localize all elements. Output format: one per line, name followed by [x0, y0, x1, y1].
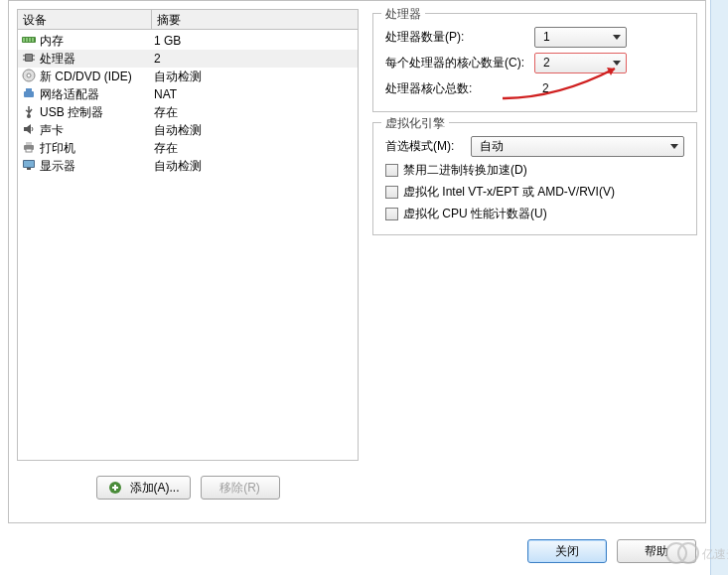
- svg-rect-17: [26, 142, 32, 145]
- left-buttons: 添加(A)... 移除(R): [17, 476, 359, 500]
- svg-rect-18: [26, 149, 32, 152]
- table-header: 设备 摘要: [18, 10, 358, 30]
- bottom-bar: 关闭 帮助: [0, 531, 728, 571]
- device-summary: 2: [154, 50, 355, 68]
- header-summary[interactable]: 摘要: [152, 10, 358, 29]
- device-name: 显示器: [40, 157, 154, 175]
- svg-rect-13: [24, 91, 34, 97]
- table-row[interactable]: 显示器 自动检测: [18, 157, 358, 175]
- usb-icon: [21, 103, 37, 119]
- checkbox-vtx[interactable]: 虚拟化 Intel VT-x/EPT 或 AMD-V/RVI(V): [385, 181, 684, 203]
- memory-icon: [21, 32, 37, 48]
- svg-point-23: [666, 543, 686, 563]
- cpu-count-label: 处理器数量(P):: [385, 29, 534, 46]
- cd-icon: [21, 68, 37, 83]
- device-summary: 自动检测: [154, 68, 355, 85]
- checkbox-icon: [385, 186, 398, 199]
- right-panel: 处理器 处理器数量(P): 1 每个处理器的核心数量(C): 2 处理器核心总数…: [366, 9, 697, 514]
- sound-icon: [21, 121, 37, 137]
- table-row[interactable]: 处理器 2: [18, 50, 358, 68]
- watermark: 亿速云: [662, 540, 728, 569]
- add-label: 添加(A)...: [130, 480, 180, 497]
- cpu-count-value: 1: [543, 30, 550, 44]
- cpu-icon: [21, 50, 37, 66]
- checkbox-label: 虚拟化 Intel VT-x/EPT 或 AMD-V/RVI(V): [403, 184, 615, 201]
- cpu-cores-label: 每个处理器的核心数量(C):: [385, 55, 534, 72]
- checkbox-icon: [385, 164, 398, 177]
- cpu-cores-value: 2: [543, 56, 550, 70]
- device-summary: 自动检测: [154, 157, 355, 175]
- svg-rect-14: [26, 88, 32, 91]
- header-device[interactable]: 设备: [18, 10, 152, 29]
- checkbox-icon: [385, 208, 398, 220]
- svg-rect-2: [26, 38, 28, 42]
- chevron-down-icon: [613, 61, 621, 66]
- device-name: USB 控制器: [40, 103, 154, 121]
- table-row[interactable]: USB 控制器 存在: [18, 103, 358, 121]
- table-row[interactable]: 网络适配器 NAT: [18, 85, 358, 103]
- virt-group: 虚拟化引擎 首选模式(M): 自动 禁用二进制转换加速(D) 虚拟化 Intel…: [372, 122, 697, 235]
- cpu-legend: 处理器: [381, 6, 425, 23]
- table-row[interactable]: 打印机 存在: [18, 139, 358, 157]
- close-label: 关闭: [555, 543, 579, 560]
- svg-rect-1: [23, 38, 25, 42]
- cpu-count-select[interactable]: 1: [534, 27, 627, 48]
- checkbox-disable-binary[interactable]: 禁用二进制转换加速(D): [385, 159, 684, 181]
- chevron-down-icon: [613, 35, 621, 40]
- checkbox-label: 禁用二进制转换加速(D): [403, 162, 527, 179]
- cpu-total-label: 处理器核心总数:: [385, 80, 534, 97]
- device-name: 声卡: [40, 121, 154, 139]
- svg-point-24: [678, 543, 698, 563]
- svg-rect-20: [24, 161, 34, 167]
- device-summary: 存在: [154, 139, 355, 157]
- svg-rect-6: [26, 55, 32, 61]
- device-summary: NAT: [154, 85, 355, 103]
- table-row[interactable]: 新 CD/DVD (IDE) 自动检测: [18, 68, 358, 85]
- svg-point-12: [27, 73, 31, 77]
- cpu-group: 处理器 处理器数量(P): 1 每个处理器的核心数量(C): 2 处理器核心总数…: [372, 13, 697, 112]
- svg-text:亿速云: 亿速云: [701, 547, 728, 561]
- mode-value: 自动: [480, 138, 504, 155]
- device-name: 网络适配器: [40, 85, 154, 103]
- svg-point-15: [27, 114, 31, 118]
- svg-rect-4: [32, 38, 34, 42]
- device-summary: 自动检测: [154, 121, 355, 139]
- virt-legend: 虚拟化引擎: [381, 115, 449, 132]
- add-button[interactable]: 添加(A)...: [96, 476, 191, 500]
- table-row[interactable]: 内存 1 GB: [18, 32, 358, 50]
- display-icon: [21, 157, 37, 173]
- device-table: 设备 摘要 内存 1 GB 处理器 2 新 CD/DVD (IDE) 自动检测: [17, 9, 359, 461]
- remove-label: 移除(R): [219, 480, 260, 497]
- device-name: 内存: [40, 32, 154, 50]
- left-panel: 设备 摘要 内存 1 GB 处理器 2 新 CD/DVD (IDE) 自动检测: [17, 9, 359, 514]
- mode-label: 首选模式(M):: [385, 138, 471, 155]
- chevron-down-icon: [670, 144, 678, 149]
- add-icon: [107, 480, 123, 496]
- table-row[interactable]: 声卡 自动检测: [18, 121, 358, 139]
- network-icon: [21, 85, 37, 101]
- device-name: 打印机: [40, 139, 154, 157]
- device-summary: 存在: [154, 103, 355, 121]
- mode-select[interactable]: 自动: [471, 136, 684, 157]
- svg-rect-21: [27, 168, 31, 170]
- close-button[interactable]: 关闭: [527, 539, 607, 563]
- window-edge: [710, 0, 728, 575]
- table-body: 内存 1 GB 处理器 2 新 CD/DVD (IDE) 自动检测 网络适配器 …: [18, 30, 358, 177]
- device-name: 新 CD/DVD (IDE): [40, 68, 154, 85]
- cpu-total-value: 2: [534, 81, 549, 95]
- settings-dialog: 设备 摘要 内存 1 GB 处理器 2 新 CD/DVD (IDE) 自动检测: [8, 0, 706, 523]
- remove-button[interactable]: 移除(R): [201, 476, 280, 500]
- device-name: 处理器: [40, 50, 154, 68]
- cpu-cores-select[interactable]: 2: [534, 53, 627, 73]
- device-summary: 1 GB: [154, 32, 355, 50]
- printer-icon: [21, 139, 37, 155]
- checkbox-label: 虚拟化 CPU 性能计数器(U): [403, 206, 547, 222]
- checkbox-perf-counter[interactable]: 虚拟化 CPU 性能计数器(U): [385, 203, 684, 224]
- svg-rect-3: [29, 38, 31, 42]
